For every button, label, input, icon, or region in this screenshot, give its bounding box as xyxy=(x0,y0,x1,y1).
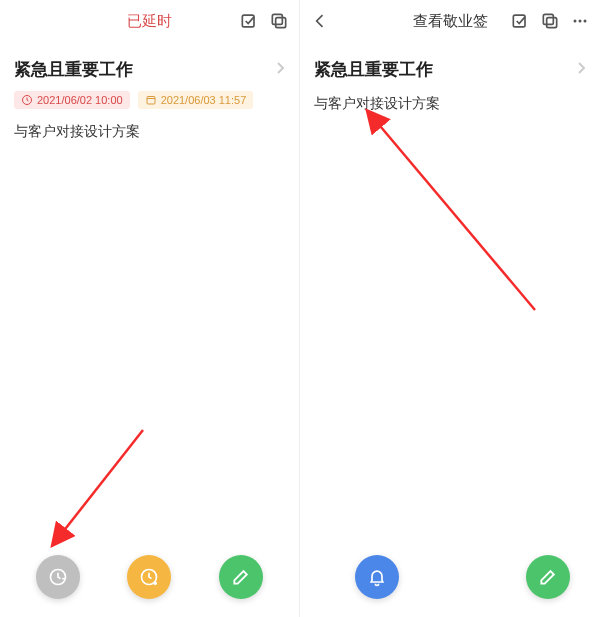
svg-rect-8 xyxy=(513,15,525,27)
complete-badge[interactable]: 2021/06/03 11:57 xyxy=(138,91,254,109)
svg-rect-1 xyxy=(276,18,286,28)
history-button[interactable] xyxy=(36,555,80,599)
copy-icon[interactable] xyxy=(269,11,289,31)
svg-rect-4 xyxy=(147,97,155,105)
right-title: 查看敬业签 xyxy=(413,12,488,31)
right-bottom-bar xyxy=(300,541,600,617)
left-content: 与客户对接设计方案 xyxy=(0,113,299,141)
right-section[interactable]: 紧急且重要工作 xyxy=(300,42,600,85)
calendar-icon xyxy=(145,94,157,106)
svg-point-13 xyxy=(584,20,587,23)
pencil-icon xyxy=(538,567,558,587)
left-bottom-bar xyxy=(0,541,299,617)
svg-rect-0 xyxy=(242,15,254,27)
left-title: 已延时 xyxy=(127,12,172,31)
history-icon xyxy=(48,567,68,587)
svg-rect-10 xyxy=(543,14,553,24)
svg-rect-2 xyxy=(272,14,282,24)
notify-button[interactable] xyxy=(355,555,399,599)
clock-icon xyxy=(21,94,33,106)
schedule-badge-text: 2021/06/02 10:00 xyxy=(37,94,123,106)
edit-button[interactable] xyxy=(526,555,570,599)
left-section[interactable]: 紧急且重要工作 2021/06/02 10:00 2021/06/03 11:5… xyxy=(0,42,299,113)
bell-icon xyxy=(367,567,387,587)
left-section-title: 紧急且重要工作 xyxy=(14,58,133,81)
right-pane: 查看敬业签 紧急且重要工作 与客户对接设计方案 xyxy=(300,0,600,617)
more-icon[interactable] xyxy=(570,11,590,31)
schedule-badge[interactable]: 2021/06/02 10:00 xyxy=(14,91,130,109)
time-badges: 2021/06/02 10:00 2021/06/03 11:57 xyxy=(14,91,285,109)
back-icon[interactable] xyxy=(310,11,330,31)
chevron-right-icon xyxy=(576,61,586,78)
checkbox-icon[interactable] xyxy=(239,11,259,31)
left-topbar: 已延时 xyxy=(0,0,299,42)
left-pane: 已延时 紧急且重要工作 2021/06/02 10:00 xyxy=(0,0,300,617)
complete-badge-text: 2021/06/03 11:57 xyxy=(161,94,247,106)
svg-point-12 xyxy=(579,20,582,23)
clock-plus-icon xyxy=(139,567,159,587)
add-time-button[interactable] xyxy=(127,555,171,599)
svg-rect-9 xyxy=(547,18,557,28)
svg-point-11 xyxy=(574,20,577,23)
chevron-right-icon xyxy=(275,61,285,78)
right-section-title: 紧急且重要工作 xyxy=(314,58,433,81)
pencil-icon xyxy=(231,567,251,587)
copy-icon[interactable] xyxy=(540,11,560,31)
checkbox-icon[interactable] xyxy=(510,11,530,31)
right-topbar: 查看敬业签 xyxy=(300,0,600,42)
right-content: 与客户对接设计方案 xyxy=(300,85,600,113)
edit-button[interactable] xyxy=(219,555,263,599)
